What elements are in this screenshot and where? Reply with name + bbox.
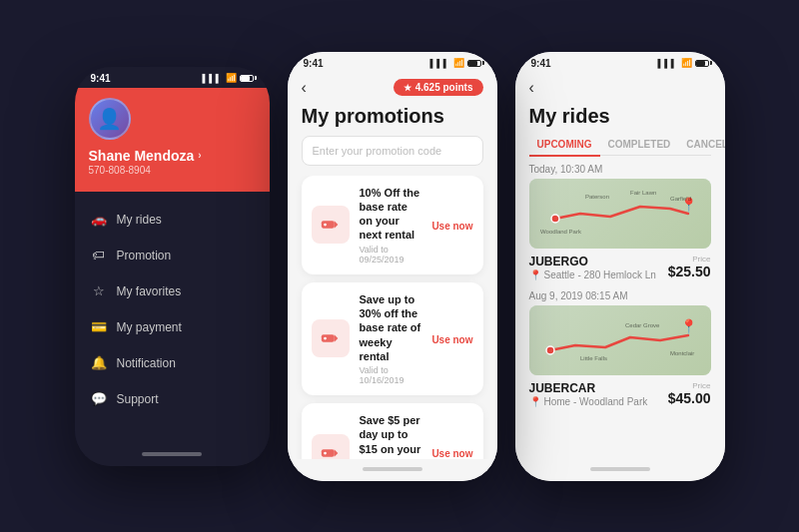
svg-text:Garfield: Garfield — [670, 196, 691, 202]
signal-right: ▌▌▌ — [657, 59, 677, 68]
svg-point-15 — [546, 346, 554, 354]
tab-upcoming[interactable]: UPCOMING — [529, 134, 600, 157]
status-icons-right: ▌▌▌ 📶 — [657, 58, 708, 68]
svg-text:Little Falls: Little Falls — [580, 355, 607, 361]
wifi-mid: 📶 — [453, 58, 464, 68]
sidebar-item-label: My payment — [117, 320, 182, 334]
map-route-svg-2: 📍 Little Falls Cedar Grove Montclair — [529, 305, 711, 375]
signal-mid: ▌▌▌ — [429, 59, 449, 68]
promo-title-3: Save $5 per day up to $15 on your next r… — [360, 413, 422, 458]
use-now-button-1[interactable]: Use now — [431, 219, 472, 232]
rides-icon: 🚗 — [91, 212, 107, 228]
use-now-button-2[interactable]: Use now — [431, 332, 472, 345]
ride-location-1: 📍 Seattle - 280 Hemlock Ln — [529, 269, 656, 280]
wifi-left: 📶 — [226, 73, 237, 83]
user-name: Shane Mendoza › — [89, 148, 256, 164]
promo-valid-2: Valid to 10/16/2019 — [360, 365, 422, 385]
svg-text:📍: 📍 — [679, 318, 697, 335]
promo-icon-2 — [312, 319, 350, 357]
svg-text:Fair Lawn: Fair Lawn — [630, 190, 656, 196]
page-title-rides: My rides — [515, 101, 725, 134]
time-mid: 9:41 — [304, 58, 324, 69]
svg-rect-3 — [321, 335, 334, 342]
sidebar-item-label: My rides — [117, 213, 162, 227]
svg-rect-0 — [321, 221, 334, 228]
user-header: 👤 Shane Mendoza › 570-808-8904 — [75, 88, 270, 192]
promotion-icon: 🏷 — [91, 248, 107, 264]
sidebar-item-notification[interactable]: 🔔 Notification — [75, 345, 270, 381]
svg-marker-4 — [334, 335, 338, 342]
home-bar-right — [590, 467, 650, 471]
promo-valid-1: Valid to 09/25/2019 — [360, 245, 422, 265]
right-nav: ‹ — [515, 73, 725, 101]
back-button[interactable]: ‹ — [302, 79, 307, 97]
payment-icon: 💳 — [91, 319, 107, 335]
battery-right — [695, 60, 709, 67]
scene: 9:41 ▌▌▌ 📶 👤 Shane Mendoza › 570-808-890… — [55, 32, 745, 501]
sidebar-item-support[interactable]: 💬 Support — [75, 381, 270, 417]
svg-text:Montclair: Montclair — [670, 350, 694, 356]
price-value-1: $25.50 — [668, 264, 711, 279]
status-icons-mid: ▌▌▌ 📶 — [429, 58, 480, 68]
promotions-list: 10% Off the base rate on your next renta… — [288, 176, 497, 459]
location-icon-1: 📍 — [529, 269, 541, 280]
points-value: 4.625 points — [415, 82, 473, 93]
ride-date-2: Aug 9, 2019 08:15 AM — [529, 290, 711, 301]
sidebar-item-label: Promotion — [117, 249, 172, 263]
page-title-promotions: My promotions — [288, 101, 497, 136]
sidebar-item-promotion[interactable]: 🏷 Promotion — [75, 238, 270, 273]
home-bar-left — [142, 452, 202, 456]
battery-mid — [467, 60, 481, 67]
mid-nav: ‹ ★ 4.625 points — [288, 73, 497, 101]
map-route-svg-1: 📍 Paterson Fair Lawn Garfield Woodland P… — [529, 179, 711, 249]
tag-icon-2 — [320, 327, 342, 349]
promo-text-3: Save $5 per day up to $15 on your next r… — [360, 413, 422, 458]
tag-icon-3 — [320, 442, 342, 459]
avatar: 👤 — [89, 98, 131, 140]
promo-icon-1 — [312, 206, 350, 244]
phone-menu: 9:41 ▌▌▌ 📶 👤 Shane Mendoza › 570-808-890… — [75, 67, 270, 466]
svg-point-2 — [324, 224, 327, 227]
tab-completed[interactable]: COMPLETED — [600, 134, 679, 157]
svg-text:Cedar Grove: Cedar Grove — [625, 322, 660, 328]
chevron-right-icon: › — [198, 150, 201, 161]
location-icon-2: 📍 — [529, 396, 541, 407]
svg-point-5 — [324, 337, 327, 340]
ride-company-2: JUBERCAR — [529, 381, 648, 395]
status-bar-mid: 9:41 ▌▌▌ 📶 — [288, 52, 497, 73]
rides-list: Today, 10:30 AM 📍 Paterson Fair Lawn Gar… — [515, 164, 725, 459]
price-value-2: $45.00 — [668, 390, 711, 406]
use-now-button-3[interactable]: Use now — [431, 446, 472, 458]
svg-marker-7 — [334, 449, 338, 456]
svg-text:Woodland Park: Woodland Park — [540, 229, 582, 235]
status-bar-left: 9:41 ▌▌▌ 📶 — [75, 67, 270, 88]
back-button-right[interactable]: ‹ — [529, 79, 534, 97]
rides-tabs: UPCOMING COMPLETED CANCELED — [529, 134, 711, 157]
time-right: 9:41 — [531, 58, 551, 69]
tab-canceled[interactable]: CANCELED — [678, 134, 724, 157]
phone-promotions: 9:41 ▌▌▌ 📶 ‹ ★ 4.625 points My promotion… — [288, 52, 497, 481]
sidebar-item-label: Support — [117, 392, 159, 406]
sidebar-item-label: Notification — [117, 356, 176, 370]
ride-company-1: JUBERGO — [529, 255, 656, 268]
ride-map-2: 📍 Little Falls Cedar Grove Montclair — [529, 305, 711, 375]
tag-icon — [320, 214, 342, 236]
ride-date-1: Today, 10:30 AM — [529, 164, 711, 175]
sidebar-item-rides[interactable]: 🚗 My rides — [75, 202, 270, 238]
sidebar-item-label: My favorites — [117, 284, 182, 298]
promo-title-1: 10% Off the base rate on your next renta… — [360, 186, 422, 243]
ride-card-1: Today, 10:30 AM 📍 Paterson Fair Lawn Gar… — [529, 164, 711, 280]
promo-text-2: Save up to 30% off the base rate of week… — [360, 292, 422, 385]
sidebar-item-favorites[interactable]: ☆ My favorites — [75, 273, 270, 309]
svg-point-9 — [551, 215, 559, 223]
price-label-1: Price — [668, 255, 711, 264]
home-bar-mid — [363, 467, 422, 471]
sidebar-item-payment[interactable]: 💳 My payment — [75, 309, 270, 345]
promo-code-input[interactable]: Enter your promotion code — [302, 136, 483, 166]
signal-left: ▌▌▌ — [202, 74, 222, 83]
menu-list: 🚗 My rides 🏷 Promotion ☆ My favorites 💳 … — [75, 192, 270, 444]
promo-icon-3 — [312, 434, 350, 459]
ride-info-1: JUBERGO 📍 Seattle - 280 Hemlock Ln Price… — [529, 255, 711, 280]
notification-icon: 🔔 — [91, 355, 107, 371]
favorites-icon: ☆ — [91, 283, 107, 299]
